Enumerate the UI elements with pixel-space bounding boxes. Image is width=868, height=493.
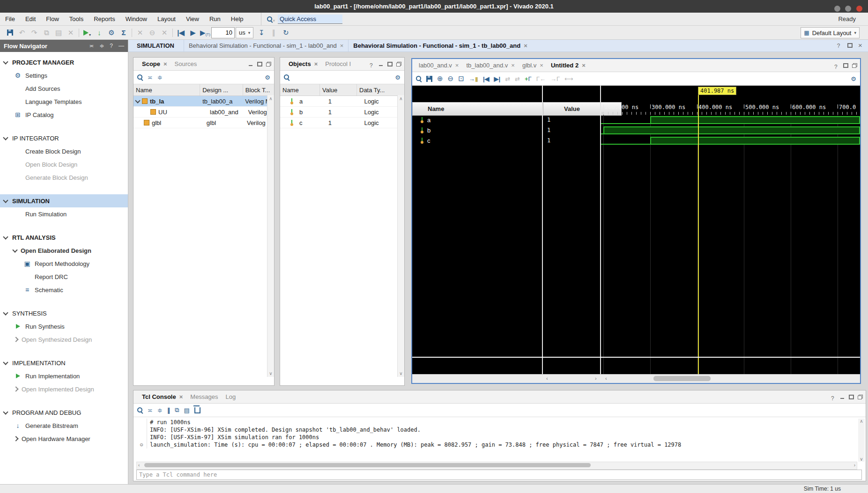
pause-output-icon[interactable]: ∥ (167, 407, 171, 414)
clear-button[interactable]: ✕ (158, 27, 171, 38)
tab-log[interactable]: Log (222, 393, 240, 400)
close-icon[interactable]: × (540, 62, 543, 69)
section-rtl-analysis[interactable]: RTL ANALYSIS (0, 231, 128, 244)
menu-view[interactable]: View (181, 14, 204, 24)
tab-scope[interactable]: Scope× (138, 60, 171, 67)
tcl-horizontal-scrollbar[interactable]: ‹ › (136, 462, 857, 470)
tab-objects[interactable]: Objects× (285, 60, 321, 67)
menu-edit[interactable]: Edit (20, 14, 41, 24)
menu-run[interactable]: Run (204, 14, 226, 24)
sidebar-item-generate-bitstream[interactable]: ↓Generate Bitstream (0, 419, 128, 432)
save-icon[interactable] (426, 76, 432, 82)
add-marker-icon[interactable]: +Γ (525, 75, 532, 82)
wave-col-name-header[interactable]: Name (412, 102, 558, 116)
report-icon[interactable]: ▤ (184, 407, 190, 414)
cut-button[interactable]: ✕ (65, 27, 77, 38)
expand-all-icon[interactable]: ≑ (157, 74, 163, 81)
menu-window[interactable]: Window (120, 14, 152, 24)
quick-access-search[interactable]: ▾ Quick Access (261, 13, 343, 25)
help-icon[interactable]: ? (110, 43, 113, 49)
tab-untitled-2[interactable]: Untitled 2× (547, 62, 589, 69)
minimize-icon[interactable] (248, 62, 253, 66)
tcl-command-input[interactable] (136, 470, 862, 480)
float-icon[interactable] (266, 62, 271, 66)
relaunch-sim-button[interactable]: ↻ (280, 27, 292, 38)
help-icon[interactable] (831, 395, 836, 399)
zoom-fit-icon[interactable]: ⊡ (458, 74, 464, 83)
scroll-right-icon[interactable]: › (595, 375, 597, 381)
scroll-down-icon[interactable]: ∨ (399, 371, 402, 376)
time-unit-select[interactable]: us ▾ (236, 27, 253, 38)
maximize-icon[interactable] (257, 62, 262, 66)
sidebar-item-settings[interactable]: ⚙Settings (0, 69, 128, 82)
sidebar-item-run-synthesis[interactable]: Run Synthesis (0, 320, 128, 333)
paste-button[interactable]: ▤ (52, 27, 65, 38)
help-icon[interactable] (370, 62, 375, 66)
next-transition-icon[interactable]: ▶| (494, 75, 501, 82)
menu-help[interactable]: Help (226, 14, 249, 24)
sidebar-item-add-sources[interactable]: Add Sources (0, 82, 128, 95)
scope-vertical-scrollbar[interactable]: ∧∨ (267, 95, 274, 377)
view-tab-tb-lab00-and[interactable]: Behavioral Simulation - Functional - sim… (348, 40, 532, 52)
settings-gear-button[interactable]: ⚙ (105, 27, 118, 38)
menu-tools[interactable]: Tools (64, 14, 89, 24)
help-icon[interactable] (834, 63, 839, 68)
scroll-left-icon[interactable]: ‹ (546, 375, 548, 381)
run-button[interactable]: ▾ (81, 27, 93, 38)
tab-protocol-instances[interactable]: Protocol I (321, 60, 355, 67)
generate-bitstream-button[interactable]: ↓ (93, 27, 105, 38)
menu-layout[interactable]: Layout (152, 14, 181, 24)
horizontal-scrollbar-thumb[interactable] (653, 376, 711, 381)
search-icon[interactable] (416, 76, 422, 81)
layout-selector[interactable]: ▦ Default Layout ▾ (801, 27, 860, 38)
copy-icon[interactable]: ⧉ (175, 406, 179, 414)
float-icon[interactable] (858, 395, 863, 399)
expand-all-icon[interactable]: ≑ (99, 43, 104, 49)
tcl-console-output[interactable]: # run 1000ns INFO: [USF-XSim-96] XSim co… (136, 419, 857, 462)
collapse-line-icon[interactable]: ⊖ (136, 441, 147, 449)
tcl-vertical-scrollbar[interactable]: ∧∨ (858, 419, 865, 462)
scope-row-tb-lab00[interactable]: tb_la tb_lab00_a Verilog Mo (134, 96, 274, 107)
breakpoint-button[interactable]: ⊖ (146, 27, 158, 38)
go-to-cursor-icon[interactable]: →▮ (469, 75, 478, 82)
stop-button[interactable]: ✕ (134, 27, 146, 38)
close-icon[interactable]: × (340, 42, 344, 49)
tab-lab00-and-v[interactable]: lab00_and.v× (415, 62, 462, 69)
minimize-window-icon[interactable] (834, 6, 840, 12)
col-block[interactable]: Block T... (243, 84, 274, 96)
close-icon[interactable]: × (314, 60, 318, 67)
pause-button[interactable]: ∥ (267, 27, 280, 38)
sidebar-item-run-simulation[interactable]: Run Simulation (0, 207, 128, 221)
help-icon[interactable] (837, 42, 842, 47)
scroll-up-icon[interactable]: ∧ (269, 96, 272, 101)
minimize-icon[interactable] (840, 395, 845, 399)
clear-console-icon[interactable] (194, 406, 200, 415)
scroll-left-icon[interactable]: ‹ (138, 463, 140, 468)
chevron-down-icon[interactable] (135, 98, 140, 103)
close-icon[interactable]: × (163, 60, 167, 67)
scope-row-uu[interactable]: UU lab00_and Verilog Mo (134, 107, 274, 118)
restart-sim-button[interactable]: |◀ (175, 27, 187, 38)
zoom-in-icon[interactable]: ⊕ (437, 74, 443, 83)
horizontal-scrollbar-thumb[interactable] (144, 463, 591, 467)
waveform-plot[interactable]: 200.000 ns300.000 ns400.000 ns500.000 ns… (601, 86, 860, 375)
sidebar-item-run-implementation[interactable]: Run Implementation (0, 369, 128, 383)
object-row-a[interactable]: a 1 Logic (280, 96, 404, 107)
sidebar-item-open-elaborated-design[interactable]: Open Elaborated Design (0, 244, 128, 257)
time-cursor-label[interactable]: 401.987 ns (698, 87, 736, 95)
wave-signal-name-a[interactable]: a (412, 115, 542, 125)
previous-transition-icon[interactable]: |◀ (483, 75, 490, 82)
undo-button[interactable]: ↶ (16, 27, 28, 38)
column-divider[interactable] (542, 86, 543, 375)
close-icon[interactable]: × (455, 62, 459, 69)
section-ip-integrator[interactable]: IP INTEGRATOR (0, 132, 128, 145)
close-icon[interactable] (858, 42, 863, 47)
float-icon[interactable] (852, 63, 857, 68)
maximize-icon[interactable] (843, 63, 848, 68)
close-icon[interactable]: × (524, 42, 527, 49)
tab-sources[interactable]: Sources (171, 60, 201, 67)
copy-button[interactable]: ⧉ (40, 27, 52, 38)
gear-icon[interactable]: ⚙ (851, 75, 856, 82)
col-data-type[interactable]: Data Ty... (357, 84, 400, 96)
section-project-manager[interactable]: PROJECT MANAGER (0, 56, 128, 69)
